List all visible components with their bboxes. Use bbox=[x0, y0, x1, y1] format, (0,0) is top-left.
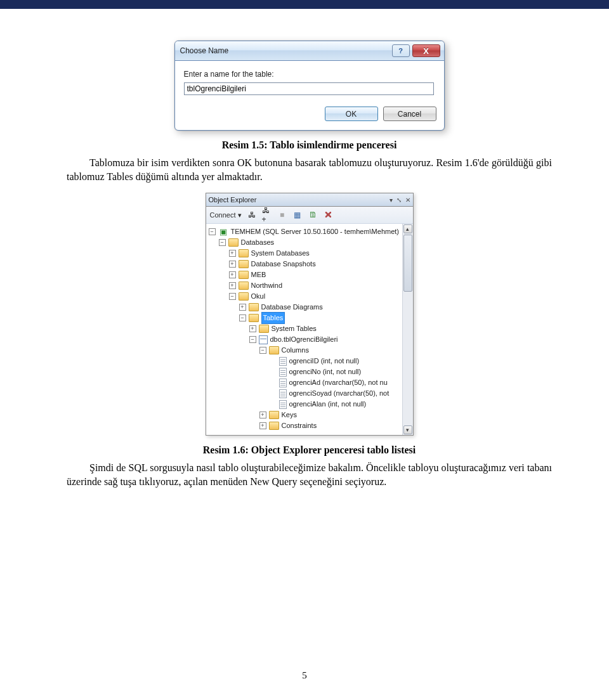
toolbar-icon-connect[interactable]: 🖧 bbox=[247, 210, 257, 220]
folder-icon bbox=[228, 238, 239, 247]
folder-icon bbox=[239, 260, 249, 268]
tree-node[interactable]: −Databases bbox=[206, 237, 402, 248]
tree-node[interactable]: +Database Diagrams bbox=[206, 302, 402, 313]
expand-icon[interactable]: + bbox=[249, 325, 256, 332]
vertical-scrollbar[interactable]: ▴ ▾ bbox=[402, 224, 413, 435]
expand-icon[interactable]: + bbox=[229, 271, 236, 278]
help-button[interactable]: ? bbox=[392, 44, 410, 57]
folder-icon bbox=[239, 292, 249, 301]
object-explorer-tree[interactable]: −▣TEMHEM (SQL Server 10.50.1600 - temhem… bbox=[206, 224, 402, 435]
tree-node[interactable]: ogrenciAd (nvarchar(50), not nu bbox=[206, 377, 402, 388]
spacer bbox=[270, 368, 277, 375]
tree-node[interactable]: −Columns bbox=[206, 345, 402, 356]
dropdown-icon[interactable]: ▾ bbox=[390, 197, 393, 204]
expand-icon[interactable]: + bbox=[259, 422, 266, 429]
tree-node-label[interactable]: MEB bbox=[251, 269, 266, 280]
server-icon: ▣ bbox=[218, 228, 228, 237]
collapse-icon[interactable]: − bbox=[239, 314, 246, 321]
tree-node-label[interactable]: Northwind bbox=[251, 280, 283, 291]
collapse-icon[interactable]: − bbox=[229, 293, 236, 300]
tree-node-label[interactable]: Databases bbox=[241, 237, 275, 248]
scroll-up-arrow[interactable]: ▴ bbox=[403, 224, 412, 233]
figure-caption-1-5: Resim 1.5: Tablo isimlendirme penceresi bbox=[67, 139, 552, 151]
object-explorer-titlebar[interactable]: Object Explorer ▾ ⤡ ✕ bbox=[206, 193, 413, 207]
tree-node[interactable]: +MEB bbox=[206, 269, 402, 280]
tree-node-label[interactable]: dbo.tblOgrenciBilgileri bbox=[270, 334, 338, 345]
spacer bbox=[270, 379, 277, 386]
tree-node-label[interactable]: Database Diagrams bbox=[261, 302, 323, 313]
tree-node[interactable]: −Tables bbox=[206, 313, 402, 323]
tree-node-label[interactable]: TEMHEM (SQL Server 10.50.1600 - temhem\M… bbox=[231, 226, 400, 237]
tree-node[interactable]: +Keys bbox=[206, 410, 402, 420]
tree-node-label[interactable]: Keys bbox=[282, 410, 297, 420]
pin-icon[interactable]: ⤡ bbox=[396, 197, 402, 204]
expand-icon[interactable]: + bbox=[239, 304, 246, 311]
close-icon[interactable]: ✕ bbox=[405, 197, 410, 204]
tree-node[interactable]: +System Databases bbox=[206, 248, 402, 259]
dialog-title: Choose Name bbox=[179, 46, 390, 55]
tree-node-label[interactable]: Tables bbox=[261, 312, 285, 324]
collapse-icon[interactable]: − bbox=[209, 228, 216, 235]
tree-node[interactable]: ogrenciSoyad (nvarchar(50), not bbox=[206, 388, 402, 399]
expand-icon[interactable]: + bbox=[229, 282, 236, 289]
toolbar-icon-stop: ■ bbox=[277, 210, 287, 220]
col-icon bbox=[279, 389, 287, 398]
tree-node-label[interactable]: ogrenciID (int, not null) bbox=[289, 356, 360, 366]
tree-node[interactable]: +Database Snapshots bbox=[206, 259, 402, 269]
object-explorer-toolbar: Connect ▾ 🖧 🖧+ ■ ▦ 🖺 🗙 bbox=[206, 207, 413, 224]
tree-node-label[interactable]: System Databases bbox=[251, 248, 310, 259]
dialog-label: Enter a name for the table: bbox=[184, 70, 435, 79]
tree-node[interactable]: +Northwind bbox=[206, 280, 402, 291]
tree-node[interactable]: +System Tables bbox=[206, 323, 402, 334]
scroll-down-arrow[interactable]: ▾ bbox=[403, 425, 412, 434]
col-icon bbox=[279, 379, 287, 387]
tree-node[interactable]: +Constraints bbox=[206, 420, 402, 431]
collapse-icon[interactable]: − bbox=[219, 239, 226, 246]
tree-node-label[interactable]: Database Snapshots bbox=[251, 259, 316, 269]
tree-node-label[interactable]: ogrenciSoyad (nvarchar(50), not bbox=[289, 388, 390, 399]
tree-node-label[interactable]: System Tables bbox=[272, 323, 317, 334]
connect-menu[interactable]: Connect ▾ bbox=[210, 211, 242, 219]
tree-node-label[interactable]: ogrenciAlan (int, not null) bbox=[289, 399, 367, 410]
col-icon bbox=[279, 357, 287, 366]
folder-icon bbox=[239, 271, 249, 279]
tree-node-label[interactable]: Columns bbox=[282, 345, 309, 356]
toolbar-icon-connect-new[interactable]: 🖧+ bbox=[262, 210, 272, 220]
tree-node[interactable]: ogrenciID (int, not null) bbox=[206, 356, 402, 366]
tree-node[interactable]: −Okul bbox=[206, 291, 402, 302]
object-explorer-title: Object Explorer bbox=[209, 196, 390, 204]
expand-icon[interactable]: + bbox=[229, 261, 236, 268]
paragraph-2: Şimdi de SQL sorgusuyla nasıl tablo oluş… bbox=[67, 461, 552, 489]
dialog-titlebar[interactable]: Choose Name ? X bbox=[175, 41, 444, 61]
table-icon bbox=[259, 335, 268, 344]
tree-node[interactable]: −dbo.tblOgrenciBilgileri bbox=[206, 334, 402, 345]
folder-icon bbox=[249, 303, 259, 311]
collapse-icon[interactable]: − bbox=[259, 347, 266, 354]
page-top-border bbox=[0, 0, 609, 9]
expand-icon[interactable]: + bbox=[229, 250, 236, 257]
spacer bbox=[270, 358, 277, 365]
folder-icon bbox=[239, 282, 249, 290]
col-icon bbox=[279, 400, 287, 409]
col-icon bbox=[279, 368, 287, 377]
toolbar-icon-filter[interactable]: ▦ bbox=[292, 210, 303, 220]
tree-node-label[interactable]: ogrenciNo (int, not null) bbox=[289, 366, 362, 377]
toolbar-icon-refresh[interactable]: 🖺 bbox=[308, 210, 318, 220]
figure-caption-1-6: Resim 1.6: Object Explorer penceresi tab… bbox=[67, 444, 552, 456]
tree-node[interactable]: ogrenciAlan (int, not null) bbox=[206, 399, 402, 410]
tree-node-label[interactable]: Okul bbox=[251, 291, 266, 302]
tree-node[interactable]: −▣TEMHEM (SQL Server 10.50.1600 - temhem… bbox=[206, 226, 402, 237]
cancel-button[interactable]: Cancel bbox=[383, 107, 436, 121]
close-button[interactable]: X bbox=[412, 44, 440, 57]
table-name-input[interactable] bbox=[184, 82, 434, 95]
tree-node[interactable]: ogrenciNo (int, not null) bbox=[206, 366, 402, 377]
tree-node-label[interactable]: ogrenciAd (nvarchar(50), not nu bbox=[289, 377, 388, 388]
collapse-icon[interactable]: − bbox=[249, 336, 256, 343]
folder-icon bbox=[239, 249, 249, 257]
scroll-thumb[interactable] bbox=[403, 235, 412, 292]
ok-button[interactable]: OK bbox=[325, 107, 378, 121]
expand-icon[interactable]: + bbox=[259, 412, 266, 418]
toolbar-icon-disconnect[interactable]: 🗙 bbox=[323, 210, 333, 220]
folder-icon bbox=[249, 314, 259, 322]
tree-node-label[interactable]: Constraints bbox=[282, 420, 317, 431]
